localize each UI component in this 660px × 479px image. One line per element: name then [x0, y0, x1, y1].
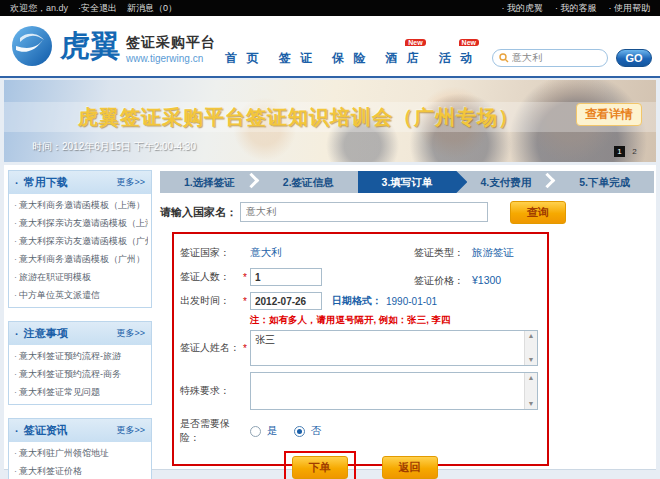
list-item[interactable]: ·意大利商务邀请函模板（上海） — [12, 196, 148, 214]
nav-activity[interactable]: 活 动 New — [439, 50, 475, 67]
insurance-yes-label: 是 — [267, 424, 278, 438]
people-count-input[interactable] — [250, 268, 322, 286]
required-mark: * — [240, 296, 250, 307]
sidebar: · 常用下载 更多>> ·意大利商务邀请函模板（上海） ·意大利探亲访友邀请函模… — [8, 170, 152, 479]
visa-price-label: 签证价格： — [414, 274, 472, 288]
promo-banner: 虎翼签证采购平台签证知识培训会（广州专场） 查看详情 时间：2012年6月15日… — [4, 80, 656, 162]
banner-page-1[interactable]: 1 — [614, 146, 625, 157]
visa-price-value: ¥1300 — [472, 274, 501, 288]
textarea-scrollbar[interactable]: ▲ ▼ — [524, 331, 537, 365]
my-tigerwing-link[interactable]: · 我的虎翼 — [502, 2, 544, 15]
step-2: 2.签证信息 — [259, 171, 358, 193]
bullet-icon: · — [15, 177, 19, 189]
submit-order-button[interactable]: 下单 — [292, 456, 348, 479]
visa-country-label: 签证国家： — [180, 246, 240, 260]
form-right-column: 签证类型： 旅游签证 签证价格： ¥1300 — [414, 246, 544, 302]
sidebar-section-notes: · 注意事项 更多>> ·意大利签证预约流程-旅游 ·意大利签证预约流程-商务 … — [8, 321, 152, 405]
my-service-link[interactable]: · 我的客服 — [555, 2, 597, 15]
step-5: 5.下单完成 — [555, 171, 654, 193]
more-link[interactable]: 更多>> — [116, 176, 145, 189]
messages-link[interactable]: 新消息（0） — [127, 2, 177, 15]
logout-link[interactable]: ·安全退出 — [78, 2, 117, 15]
list-item[interactable]: ·意大利签证价格 — [12, 462, 148, 479]
content-area: · 常用下载 更多>> ·意大利商务邀请函模板（上海） ·意大利探亲访友邀请函模… — [4, 165, 656, 470]
scroll-down-icon[interactable]: ▼ — [528, 399, 535, 409]
more-link[interactable]: 更多>> — [116, 327, 145, 340]
chevron-right-icon — [244, 173, 260, 189]
logo[interactable]: 虎翼 签证采购平台 www.tigerwing.cn — [10, 24, 216, 68]
nav-hotel[interactable]: 酒 店 New — [385, 50, 421, 67]
banner-page-2[interactable]: 2 — [629, 146, 640, 157]
search-icon — [499, 53, 509, 63]
textarea-scrollbar[interactable]: ▲ ▼ — [524, 373, 537, 409]
new-badge: New — [405, 39, 425, 46]
list-item[interactable]: ·意大利探亲访友邀请函模板（上海） — [12, 214, 148, 232]
banner-pagination: 1 2 — [614, 146, 640, 157]
bullet-icon: · — [15, 425, 19, 437]
brand-name: 虎翼 — [60, 24, 120, 68]
departure-date-input[interactable] — [250, 292, 322, 310]
bullet-icon: · — [15, 328, 19, 340]
scroll-up-icon[interactable]: ▲ — [528, 373, 535, 383]
country-search-row: 请输入国家名： 查询 — [160, 201, 654, 223]
date-format-label: 日期格式： — [332, 294, 382, 308]
new-badge: New — [459, 39, 479, 46]
back-button[interactable]: 返回 — [382, 456, 438, 479]
special-request-textarea[interactable] — [250, 372, 538, 410]
country-search-label: 请输入国家名： — [160, 205, 240, 220]
sidebar-section-news: · 签证资讯 更多>> ·意大利驻广州领馆地址 ·意大利签证价格 ·意大利驻华大… — [8, 418, 152, 479]
site-header: 虎翼 签证采购平台 www.tigerwing.cn 首 页 签 证 保 险 酒… — [0, 16, 660, 78]
site-url[interactable]: www.tigerwing.cn — [126, 53, 216, 64]
list-item[interactable]: ·旅游在职证明模板 — [12, 268, 148, 286]
step-3-active: 3.填写订单 — [358, 171, 468, 193]
query-button[interactable]: 查询 — [510, 201, 566, 224]
list-item[interactable]: ·意大利签证常见问题 — [12, 383, 148, 401]
header-search-box[interactable] — [492, 49, 608, 67]
list-item[interactable]: ·意大利探亲访友邀请函模板（广州） — [12, 232, 148, 250]
scroll-down-icon[interactable]: ▼ — [528, 355, 535, 365]
names-textarea[interactable]: 张三 — [250, 330, 538, 366]
departure-date-label: 出发时间： — [180, 294, 240, 308]
order-steps: 1.选择签证 2.签证信息 3.填写订单 4.支付费用 5.下单完成 — [160, 171, 654, 193]
visa-type-label: 签证类型： — [414, 246, 472, 260]
order-form: 签证类型： 旅游签证 签证价格： ¥1300 签证国家： 意大利 签证人数： * — [172, 232, 549, 466]
header-search-input[interactable] — [512, 53, 602, 64]
visa-country-value: 意大利 — [250, 246, 282, 260]
section-title: 注意事项 — [24, 326, 68, 341]
list-item[interactable]: ·意大利签证预约流程-商务 — [12, 365, 148, 383]
nav-home[interactable]: 首 页 — [225, 50, 261, 67]
more-link[interactable]: 更多>> — [116, 424, 145, 437]
scroll-up-icon[interactable]: ▲ — [528, 331, 535, 341]
nav-visa[interactable]: 签 证 — [279, 50, 315, 67]
step-1: 1.选择签证 — [160, 171, 259, 193]
sidebar-section-downloads: · 常用下载 更多>> ·意大利商务邀请函模板（上海） ·意大利探亲访友邀请函模… — [8, 170, 152, 308]
section-title: 常用下载 — [24, 175, 68, 190]
insurance-yes-radio[interactable] — [250, 426, 261, 437]
list-item[interactable]: ·意大利商务邀请函模板（广州） — [12, 250, 148, 268]
help-link[interactable]: · 使用帮助 — [609, 2, 651, 15]
required-mark: * — [240, 343, 250, 354]
nav-insurance[interactable]: 保 险 — [332, 50, 368, 67]
logo-globe-icon — [10, 24, 54, 68]
required-mark: * — [240, 272, 250, 283]
insurance-no-radio-checked[interactable] — [294, 426, 305, 437]
special-request-label: 特殊要求： — [180, 384, 240, 398]
people-count-label: 签证人数： — [180, 270, 240, 284]
names-label: 签证人姓名： — [180, 341, 240, 355]
list-item[interactable]: ·中方单位英文派遣信 — [12, 286, 148, 304]
banner-detail-button[interactable]: 查看详情 — [576, 103, 642, 126]
welcome-text: 欢迎您，an.dy — [10, 2, 68, 15]
brand-subtitle: 签证采购平台 — [126, 34, 216, 52]
go-button[interactable]: GO — [616, 49, 652, 67]
list-item[interactable]: ·意大利签证预约流程-旅游 — [12, 347, 148, 365]
insurance-label: 是否需要保险： — [180, 417, 240, 445]
country-search-input[interactable] — [240, 202, 488, 222]
insurance-no-label: 否 — [311, 424, 322, 438]
topbar: 欢迎您，an.dy ·安全退出 新消息（0） · 我的虎翼 · 我的客服 · 使… — [0, 0, 660, 16]
main-panel: 1.选择签证 2.签证信息 3.填写订单 4.支付费用 5.下单完成 请输入国家… — [158, 165, 656, 470]
banner-title: 虎翼签证采购平台签证知识培训会（广州专场） — [78, 104, 519, 131]
section-title: 签证资讯 — [24, 423, 68, 438]
step-4: 4.支付费用 — [456, 171, 555, 193]
banner-time: 时间：2012年6月15日 下午2:00-4:30 — [32, 140, 196, 154]
list-item[interactable]: ·意大利驻广州领馆地址 — [12, 444, 148, 462]
